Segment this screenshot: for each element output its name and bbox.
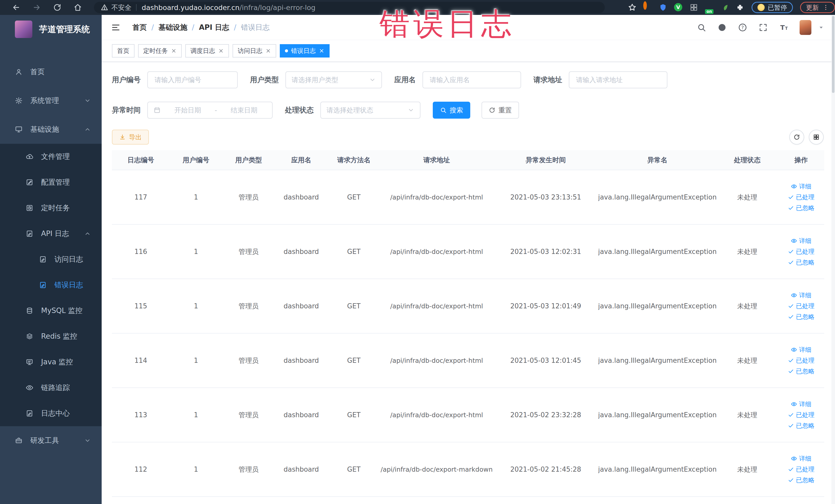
scrollbar-thumb[interactable] [832, 16, 834, 93]
sidebar-item-file-management[interactable]: 文件管理 [0, 144, 102, 169]
extension-sprout-icon[interactable] [720, 3, 729, 12]
sidebar-item-api-logs[interactable]: API 日志 [0, 221, 102, 246]
app-name-label: 应用名 [394, 75, 416, 85]
extension-verified-icon[interactable]: V [674, 3, 683, 12]
cell-user_id: 1 [170, 388, 222, 442]
redis-monitor-icon [26, 332, 33, 340]
close-icon[interactable] [218, 48, 224, 54]
extension-location-icon[interactable] [659, 3, 667, 12]
font-size-icon[interactable]: TT [779, 23, 788, 32]
process-status-select[interactable]: 请选择处理状态 [320, 102, 421, 119]
breadcrumb-item[interactable]: API 日志 [199, 23, 229, 32]
user-id-input[interactable] [148, 72, 237, 88]
app-name-input[interactable] [423, 72, 521, 88]
ignored-link[interactable]: 已忽略 [788, 258, 814, 266]
processed-link[interactable]: 已处理 [788, 411, 814, 419]
extension-orange-icon[interactable] [643, 3, 652, 12]
sidebar-item-dev-tools[interactable]: 研发工具 [0, 426, 102, 455]
browser-back-icon[interactable] [12, 3, 21, 12]
detail-link[interactable]: 详细 [791, 182, 811, 190]
extension-puzzle-icon[interactable] [736, 3, 745, 12]
processed-link[interactable]: 已处理 [788, 247, 814, 256]
hamburger-icon[interactable] [111, 23, 121, 32]
ignored-link[interactable]: 已忽略 [788, 422, 814, 430]
user-type-select[interactable]: 请选择用户类型 [285, 72, 382, 88]
detail-link[interactable]: 详细 [791, 291, 811, 299]
row-actions: 详细已处理已忽略 [788, 182, 814, 212]
cell-user_type: 管理员 [222, 225, 275, 279]
sidebar-item-system-management[interactable]: 系统管理 [0, 86, 102, 115]
column-settings-button[interactable] [809, 130, 824, 144]
breadcrumb-item[interactable]: 基础设施 [158, 23, 187, 32]
error-log-icon [39, 281, 47, 289]
sidebar-item-infrastructure[interactable]: 基础设施 [0, 115, 102, 144]
request-url-input[interactable] [569, 72, 667, 88]
app-logo-row[interactable]: 芋道管理系统 [0, 15, 102, 44]
help-icon[interactable]: ? [738, 23, 747, 32]
browser-home-icon[interactable] [74, 3, 82, 12]
extension-switch-icon[interactable]: on [705, 3, 714, 12]
sidebar-item-home[interactable]: 首页 [0, 58, 102, 86]
sidebar-item-redis-monitor[interactable]: Redis 监控 [0, 323, 102, 349]
processed-icon [788, 248, 794, 255]
processed-link[interactable]: 已处理 [788, 302, 814, 310]
filter-user-type: 用户类型 请选择用户类型 [250, 72, 382, 88]
close-icon[interactable] [319, 48, 324, 54]
sidebar-item-scheduled-tasks[interactable]: 定时任务 [0, 195, 102, 221]
sidebar-item-access-log[interactable]: 访问日志 [0, 246, 102, 272]
close-icon[interactable] [171, 48, 177, 54]
sidebar-item-mysql-monitor[interactable]: MySQL 监控 [0, 298, 102, 323]
bookmark-star-icon[interactable] [628, 3, 636, 12]
sidebar-item-label: 定时任务 [41, 203, 70, 213]
table-row: 1151管理员dashboardGET/api/infra/db-doc/exp… [112, 279, 824, 334]
browser-update-button[interactable]: 更新 [800, 2, 835, 13]
ignored-link[interactable]: 已忽略 [788, 476, 814, 484]
processed-link[interactable]: 已处理 [788, 193, 814, 201]
sidebar-item-error-log[interactable]: 错误日志 [0, 272, 102, 298]
breadcrumb-item[interactable]: 首页 [133, 23, 147, 32]
user-avatar[interactable] [799, 20, 811, 35]
search-button[interactable]: 搜索 [433, 102, 470, 119]
cell-app: dashboard [275, 225, 328, 279]
detail-link[interactable]: 详细 [791, 346, 811, 354]
fullscreen-icon[interactable] [758, 23, 768, 32]
paused-extension-pill[interactable]: 已暂停 [752, 2, 793, 13]
detail-link[interactable]: 详细 [791, 455, 811, 463]
date-range-picker[interactable]: 开始日期 - 结束日期 [147, 102, 272, 119]
processed-link[interactable]: 已处理 [788, 465, 814, 473]
infrastructure-icon [15, 125, 23, 133]
content-area: 用户编号 用户类型 请选择用户类型 应用名 请求地址 异常时间 开始日期 - [102, 62, 835, 504]
detail-link[interactable]: 详细 [791, 237, 811, 245]
refresh-button[interactable] [789, 130, 804, 144]
tab-error-log[interactable]: 错误日志 [280, 44, 330, 58]
github-icon[interactable] [717, 23, 727, 32]
close-icon[interactable] [265, 48, 271, 54]
detail-link[interactable]: 详细 [791, 400, 811, 408]
tab-home[interactable]: 首页 [112, 44, 135, 58]
page-scrollbar[interactable] [831, 15, 835, 504]
reset-button[interactable]: 重置 [482, 102, 519, 119]
paused-badge-label: 已暂停 [768, 3, 787, 12]
sidebar-item-config-management[interactable]: 配置管理 [0, 169, 102, 195]
processed-label: 已处理 [796, 356, 814, 365]
browser-forward-icon[interactable] [32, 3, 41, 12]
export-button[interactable]: 导出 [112, 130, 149, 144]
tab-schedule-log[interactable]: 调度日志 [185, 44, 229, 58]
browser-reload-icon[interactable] [53, 3, 62, 12]
address-bar[interactable]: 不安全 dashboard.yudao.iocoder.cn /infra/lo… [94, 2, 605, 13]
tags-view-bar: 首页定时任务调度日志访问日志错误日志 [102, 40, 835, 62]
processed-link[interactable]: 已处理 [788, 356, 814, 365]
request-url-label: 请求地址 [533, 75, 562, 85]
tab-scheduled-tasks[interactable]: 定时任务 [138, 44, 182, 58]
extension-apps-icon[interactable] [690, 3, 698, 12]
ignored-link[interactable]: 已忽略 [788, 367, 814, 375]
sidebar-item-java-monitor[interactable]: Java 监控 [0, 349, 102, 375]
avatar-caret-down-icon[interactable] [818, 24, 824, 31]
browser-menu-dots-icon[interactable] [822, 4, 829, 11]
ignored-link[interactable]: 已忽略 [788, 204, 814, 212]
search-icon[interactable] [697, 23, 706, 32]
sidebar-item-trace[interactable]: 链路追踪 [0, 375, 102, 401]
tab-access-log[interactable]: 访问日志 [232, 44, 276, 58]
sidebar-item-log-center[interactable]: 日志中心 [0, 401, 102, 426]
ignored-link[interactable]: 已忽略 [788, 313, 814, 321]
